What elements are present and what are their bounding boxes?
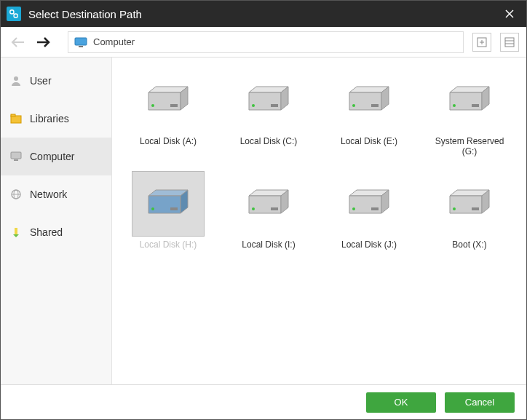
svg-point-15 [14, 76, 18, 81]
forward-button[interactable] [33, 32, 53, 52]
sidebar-item-label: Computer [30, 151, 74, 162]
sidebar-item-libraries[interactable]: Libraries [1, 100, 111, 138]
view-toggle-button[interactable] [500, 33, 519, 52]
svg-point-53 [252, 207, 255, 210]
svg-rect-29 [170, 104, 178, 107]
content-area: Local Disk (A:) Local Disk (C:) Local Di… [112, 58, 526, 384]
svg-marker-51 [249, 196, 281, 213]
svg-rect-34 [271, 104, 278, 107]
svg-rect-54 [271, 207, 278, 210]
close-button[interactable] [499, 3, 520, 25]
svg-rect-23 [15, 228, 17, 235]
sidebar-item-label: Shared [30, 226, 63, 238]
computer-icon [74, 37, 87, 47]
svg-marker-36 [349, 92, 381, 110]
drive-item[interactable]: Local Disk (E:) [333, 68, 405, 156]
svg-marker-61 [450, 196, 482, 213]
toolbar: Computer [1, 27, 526, 58]
svg-marker-26 [148, 92, 181, 110]
drive-label: Local Disk (A:) [132, 136, 205, 146]
shared-icon [9, 226, 23, 239]
svg-point-33 [252, 104, 255, 107]
svg-rect-19 [14, 159, 18, 161]
svg-marker-56 [349, 196, 381, 213]
svg-point-58 [352, 207, 355, 210]
svg-rect-8 [79, 46, 83, 47]
network-icon [9, 188, 23, 201]
libraries-icon [9, 112, 23, 125]
svg-rect-64 [472, 207, 479, 210]
drive-icon [232, 68, 305, 133]
svg-rect-49 [170, 207, 178, 210]
drive-label: Local Disk (C:) [232, 136, 305, 146]
drive-icon [333, 68, 405, 133]
path-text: Computer [93, 36, 135, 47]
drive-icon [132, 68, 205, 133]
drive-item[interactable]: Local Disk (H:) [132, 171, 205, 250]
svg-marker-31 [249, 92, 281, 110]
sidebar: User Libraries Computer Network Shared [1, 58, 112, 384]
drive-item[interactable]: System Reserved (G:) [433, 68, 506, 156]
svg-marker-41 [450, 92, 482, 110]
drive-item[interactable]: Local Disk (C:) [232, 68, 305, 156]
cancel-button[interactable]: Cancel [445, 392, 515, 413]
sidebar-item-shared[interactable]: Shared [1, 213, 111, 251]
drive-label: Local Disk (E:) [333, 136, 405, 146]
sidebar-item-computer[interactable]: Computer [1, 138, 111, 175]
svg-point-38 [352, 104, 355, 107]
svg-rect-18 [11, 152, 21, 159]
sidebar-item-label: User [30, 75, 52, 87]
drive-label: Local Disk (I:) [232, 239, 305, 250]
drive-label: Local Disk (J:) [333, 239, 405, 250]
svg-rect-12 [505, 38, 514, 47]
drive-item[interactable]: Local Disk (A:) [132, 68, 205, 156]
svg-rect-44 [472, 104, 479, 107]
drive-icon [433, 171, 506, 237]
footer: OK Cancel [1, 384, 526, 419]
svg-marker-24 [13, 234, 19, 237]
app-icon [7, 7, 21, 21]
svg-rect-7 [75, 38, 87, 45]
sidebar-item-label: Libraries [30, 113, 69, 124]
svg-line-2 [13, 13, 15, 15]
sidebar-item-network[interactable]: Network [1, 175, 111, 213]
new-folder-button[interactable] [472, 33, 491, 52]
drive-label: Boot (X:) [433, 239, 506, 250]
drive-item[interactable]: Local Disk (J:) [333, 171, 405, 250]
path-box[interactable]: Computer [68, 31, 464, 53]
drive-icon [232, 171, 305, 237]
svg-point-63 [453, 207, 456, 210]
svg-marker-46 [148, 196, 181, 213]
drive-item[interactable]: Boot (X:) [433, 171, 506, 250]
window-title: Select Destination Path [28, 8, 499, 20]
ok-button[interactable]: OK [366, 392, 436, 413]
svg-rect-39 [371, 104, 379, 107]
computer-icon [9, 150, 23, 163]
drive-icon [333, 171, 405, 237]
user-icon [9, 74, 23, 87]
sidebar-item-user[interactable]: User [1, 62, 111, 100]
back-button[interactable] [8, 32, 28, 52]
drive-icon [132, 171, 205, 237]
drive-item[interactable]: Local Disk (I:) [232, 171, 305, 250]
sidebar-item-label: Network [30, 189, 67, 200]
svg-rect-59 [371, 207, 379, 210]
svg-point-48 [151, 207, 154, 210]
svg-rect-17 [11, 114, 15, 116]
drive-icon [433, 68, 506, 133]
svg-point-28 [151, 104, 154, 107]
drive-label: System Reserved (G:) [433, 136, 506, 156]
drive-label: Local Disk (H:) [132, 239, 205, 250]
svg-point-43 [453, 104, 456, 107]
titlebar: Select Destination Path [1, 1, 526, 27]
